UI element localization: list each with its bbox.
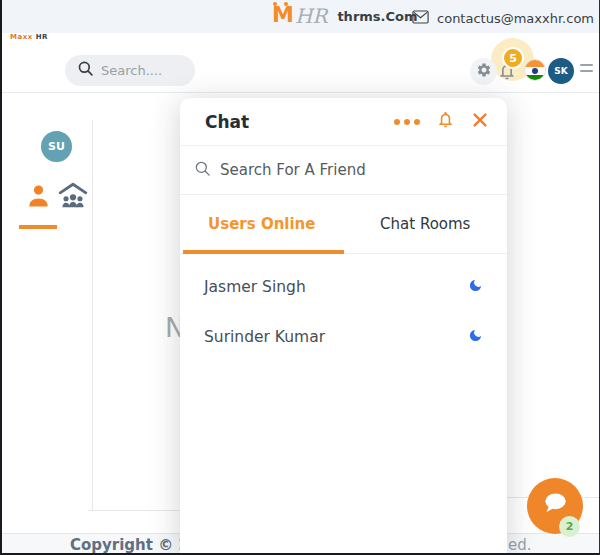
chat-bell-icon[interactable]: [436, 110, 455, 133]
logo-domain-text: thrms.Com: [337, 9, 417, 28]
tab-chat-rooms[interactable]: Chat Rooms: [344, 195, 508, 253]
logo-dot-icon: [273, 2, 277, 6]
groups-icon: [58, 194, 88, 213]
gear-icon: [476, 62, 492, 82]
menu-line: [580, 70, 593, 72]
global-search[interactable]: [65, 55, 195, 86]
dot: [404, 119, 410, 125]
brand-small-logo: Maxx HR: [10, 33, 48, 41]
chat-panel: Chat Users Online: [180, 98, 507, 555]
chat-launcher-button[interactable]: 2: [527, 478, 583, 534]
close-icon[interactable]: [471, 111, 489, 133]
contact-email-link[interactable]: contactus@maxxhr.com: [412, 9, 594, 28]
settings-button[interactable]: [470, 58, 497, 85]
active-tab-indicator: [19, 225, 57, 229]
chat-tabs: Users Online Chat Rooms: [180, 195, 507, 254]
dot: [414, 119, 420, 125]
user-name: Surinder Kumar: [204, 328, 325, 346]
flag-saffron-stripe: [525, 60, 545, 67]
logo-hr-text: HR: [295, 4, 328, 28]
groups-tab-button[interactable]: [58, 182, 88, 213]
contact-email-text: contactus@maxxhr.com: [437, 11, 594, 26]
menu-line: [580, 64, 593, 66]
maxxhr-logo: M HR thrms.Com: [272, 2, 418, 28]
online-user-list: Jasmer Singh Surinder Kumar: [180, 254, 507, 362]
tab-users-online[interactable]: Users Online: [180, 195, 344, 253]
away-moon-icon: [468, 278, 483, 297]
notification-count-badge[interactable]: 5: [502, 47, 524, 69]
app-window: M HR thrms.Com contactus@maxxhr.com: [0, 0, 600, 555]
rail-avatar[interactable]: SU: [41, 131, 72, 162]
logo-dot-icon: [284, 2, 288, 6]
india-flag-icon[interactable]: [524, 59, 546, 81]
copyright-text-right: ed.: [508, 536, 532, 554]
user-name: Jasmer Singh: [204, 278, 306, 296]
search-input[interactable]: [101, 63, 186, 78]
search-icon: [77, 60, 94, 81]
list-item[interactable]: Surinder Kumar: [180, 312, 507, 362]
envelope-icon: [412, 9, 429, 28]
rail-divider: [92, 120, 93, 510]
friend-search[interactable]: [180, 146, 507, 195]
top-info-bar: M HR thrms.Com contactus@maxxhr.com: [2, 0, 599, 33]
nav-bar: 5 SK: [2, 33, 599, 93]
chat-header-icons: [394, 110, 489, 133]
dot: [394, 119, 400, 125]
friend-search-icon: [194, 160, 211, 181]
list-item[interactable]: Jasmer Singh: [180, 262, 507, 312]
flag-chakra-icon: [532, 68, 538, 74]
logo-m-mark: M: [272, 2, 293, 28]
flag-green-stripe: [525, 75, 545, 81]
friend-search-input[interactable]: [220, 161, 470, 179]
flag-white-stripe: [525, 67, 545, 74]
unread-count-badge: 2: [559, 516, 580, 537]
away-moon-icon: [468, 328, 483, 347]
card-border-left: [88, 510, 180, 511]
user-avatar[interactable]: SK: [548, 58, 574, 84]
chat-panel-title: Chat: [205, 112, 249, 132]
menu-icon[interactable]: [580, 64, 593, 76]
active-tab-underline: [183, 250, 344, 254]
more-options-icon[interactable]: [394, 115, 420, 129]
person-icon: [26, 194, 51, 213]
users-tab-button[interactable]: [26, 183, 51, 213]
chat-panel-header: Chat: [180, 98, 507, 146]
